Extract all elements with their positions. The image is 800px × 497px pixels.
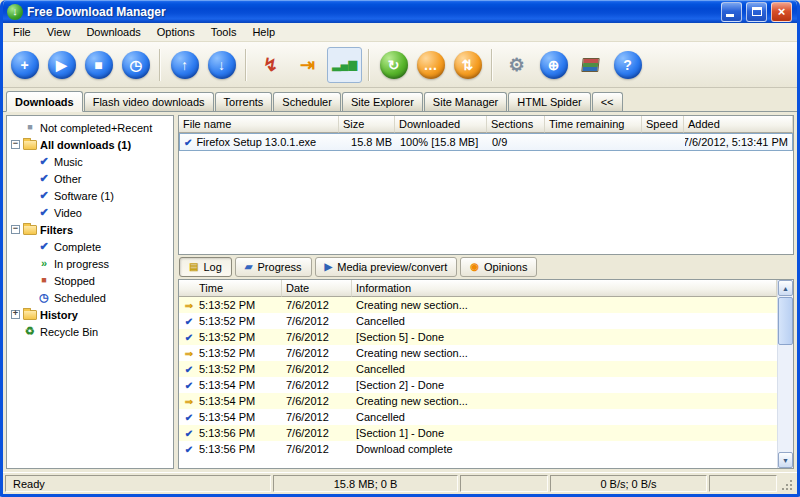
log-date: 7/6/2012 (282, 443, 352, 455)
titlebar[interactable]: ↓ Free Download Manager × (3, 0, 797, 23)
hang-up-when-done-button[interactable]: ↯ (253, 47, 288, 83)
arrow-icon: ⇒ (179, 396, 199, 407)
status-speeds-text: 0 B/s; 0 B/s (600, 478, 656, 490)
log-column-header-time[interactable]: Time (179, 280, 282, 297)
stop-download-button[interactable]: ■ (81, 47, 116, 83)
log-row[interactable]: ✔5:13:52 PM7/6/2012[Section 5] - Done (179, 329, 777, 345)
column-header-file-name[interactable]: File name (179, 116, 339, 133)
minimize-button[interactable] (721, 2, 742, 22)
sidebar-item-video[interactable]: ✔Video (7, 204, 173, 221)
scheduler-button[interactable]: ◷ (118, 47, 153, 83)
menu-tools[interactable]: Tools (203, 23, 245, 41)
download-row[interactable]: ✔Firefox Setup 13.0.1.exe15.8 MB100% [15… (179, 133, 793, 151)
column-header-sections[interactable]: Sections (487, 116, 545, 133)
move-up-button[interactable]: ↑ (167, 47, 202, 83)
minus-expander-icon[interactable]: − (11, 140, 20, 149)
category-check-icon: ✔ (37, 156, 51, 167)
bottom-tab-log[interactable]: ▤Log (179, 257, 232, 277)
log-row[interactable]: ✔5:13:52 PM7/6/2012Cancelled (179, 361, 777, 377)
shutdown-when-done-button[interactable]: ⇥ (290, 47, 325, 83)
sidebar-item-label: In progress (54, 258, 109, 270)
site-explorer-button[interactable]: ⊕ (536, 47, 571, 83)
stopped-icon: ■ (37, 276, 51, 285)
status-ready-text: Ready (13, 478, 45, 490)
log-scrollbar[interactable]: ▲ ▼ (777, 280, 793, 468)
sidebar-item-other[interactable]: ✔Other (7, 170, 173, 187)
tab-site-manager[interactable]: Site Manager (424, 92, 507, 111)
column-header-added[interactable]: Added (684, 116, 793, 133)
community-button[interactable]: … (413, 47, 448, 83)
maximize-button[interactable] (746, 2, 767, 22)
status-panel (460, 475, 548, 492)
sidebar-item-software-1[interactable]: ✔Software (1) (7, 187, 173, 204)
tab-scheduler[interactable]: Scheduler (273, 92, 341, 111)
tab-flash-video-downloads[interactable]: Flash video downloads (84, 92, 214, 111)
menu-file[interactable]: File (5, 23, 39, 41)
flash-video-downloads-button[interactable]: ↻ (376, 47, 411, 83)
scroll-down-icon[interactable]: ▼ (778, 452, 793, 468)
close-button[interactable]: × (771, 2, 792, 22)
log-column-header-information[interactable]: Information (352, 280, 777, 297)
move-down-button[interactable]: ↓ (204, 47, 239, 83)
remote-control-button[interactable]: ⇅ (450, 47, 485, 83)
tab-collapse[interactable]: << (592, 92, 623, 111)
help-icon: ? (614, 51, 642, 79)
tab-html-spider[interactable]: HTML Spider (508, 92, 590, 111)
sidebar-item-history[interactable]: +History (7, 306, 173, 323)
log-row[interactable]: ✔5:13:56 PM7/6/2012[Section 1] - Done (179, 425, 777, 441)
tab-torrents[interactable]: Torrents (215, 92, 273, 111)
column-header-speed[interactable]: Speed (642, 116, 684, 133)
bottom-tab-progress[interactable]: ▰Progress (235, 257, 312, 277)
log-row[interactable]: ⇒5:13:54 PM7/6/2012Creating new section.… (179, 393, 777, 409)
log-info: Creating new section... (352, 347, 777, 359)
start-download-button[interactable]: ▶ (44, 47, 79, 83)
resize-grip[interactable] (779, 475, 795, 493)
plus-expander-icon[interactable]: + (11, 310, 20, 319)
log-row[interactable]: ✔5:13:54 PM7/6/2012[Section 2] - Done (179, 377, 777, 393)
bottom-tab-label: Media preview/convert (337, 261, 447, 273)
traffic-usage-mode-button[interactable]: ▂▄▆ (327, 47, 362, 83)
status-ready: Ready (5, 475, 271, 492)
menu-view[interactable]: View (39, 23, 79, 41)
log-row[interactable]: ✔5:13:54 PM7/6/2012Cancelled (179, 409, 777, 425)
check-icon: ✔ (179, 444, 199, 455)
settings-button[interactable]: ⚙ (499, 47, 534, 83)
column-header-size[interactable]: Size (339, 116, 395, 133)
sidebar-item-complete[interactable]: ✔Complete (7, 238, 173, 255)
sidebar-item-filters[interactable]: −Filters (7, 221, 173, 238)
log-row[interactable]: ✔5:13:56 PM7/6/2012Download complete (179, 441, 777, 457)
add-download-button[interactable]: + (7, 47, 42, 83)
sidebar-item-scheduled[interactable]: ◷Scheduled (7, 289, 173, 306)
log-row[interactable]: ⇒5:13:52 PM7/6/2012Creating new section.… (179, 297, 777, 313)
settings-icon: ⚙ (503, 51, 531, 79)
sidebar-item-not-completed-recent[interactable]: ■Not completed+Recent (7, 119, 173, 136)
help-button[interactable]: ? (610, 47, 645, 83)
bottom-tab-opinions[interactable]: ◉Opinions (460, 257, 537, 277)
fdm-logo-icon[interactable]: ↓ (7, 4, 23, 20)
scroll-up-icon[interactable]: ▲ (778, 280, 793, 296)
sidebar-item-recycle-bin[interactable]: ♻Recycle Bin (7, 323, 173, 340)
minimize-icon (726, 14, 734, 17)
column-header-time-remaining[interactable]: Time remaining (545, 116, 642, 133)
sidebar-item-music[interactable]: ✔Music (7, 153, 173, 170)
menu-help[interactable]: Help (244, 23, 283, 41)
log-column-header-date[interactable]: Date (282, 280, 352, 297)
sidebar-item-stopped[interactable]: ■Stopped (7, 272, 173, 289)
log-row[interactable]: ✔5:13:52 PM7/6/2012Cancelled (179, 313, 777, 329)
scrollbar-thumb[interactable] (778, 297, 793, 345)
log-info: Cancelled (352, 315, 777, 327)
status-panel (709, 475, 777, 492)
sidebar-item-in-progress[interactable]: »In progress (7, 255, 173, 272)
column-header-downloaded[interactable]: Downloaded (395, 116, 487, 133)
minus-expander-icon[interactable]: − (11, 225, 20, 234)
tutorials-button[interactable] (573, 47, 608, 83)
bottom-tab-media-preview-convert[interactable]: ▶Media preview/convert (315, 257, 458, 277)
sidebar-item-label: Filters (40, 224, 73, 236)
menu-options[interactable]: Options (149, 23, 203, 41)
log-row[interactable]: ⇒5:13:52 PM7/6/2012Creating new section.… (179, 345, 777, 361)
tab-site-explorer[interactable]: Site Explorer (342, 92, 423, 111)
sidebar-item-all-downloads-1[interactable]: −All downloads (1) (7, 136, 173, 153)
menu-downloads[interactable]: Downloads (78, 23, 148, 41)
tab-downloads[interactable]: Downloads (6, 91, 83, 112)
scrollbar-track[interactable] (778, 296, 793, 452)
